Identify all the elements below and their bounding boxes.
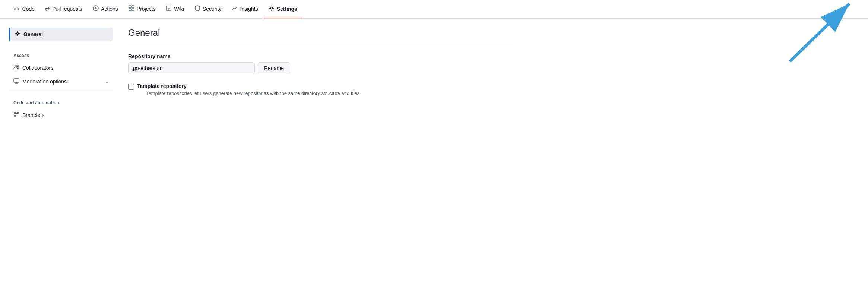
main-layout: General Access Collaborators [0, 19, 522, 131]
projects-icon [129, 5, 134, 12]
svg-rect-2 [129, 6, 131, 8]
nav-label-insights: Insights [240, 6, 258, 12]
collaborators-icon [13, 64, 19, 71]
svg-rect-5 [132, 9, 134, 11]
nav-label-actions: Actions [101, 6, 118, 12]
sidebar-collaborators-label: Collaborators [22, 65, 53, 71]
settings-icon [269, 5, 275, 12]
code-icon: <> [13, 6, 20, 12]
actions-icon [93, 5, 99, 12]
rename-button[interactable]: Rename [258, 62, 290, 74]
sidebar-item-moderation[interactable]: Moderation options ⌄ [9, 75, 113, 88]
sidebar-divider-1 [9, 44, 113, 44]
svg-point-10 [15, 65, 17, 67]
template-repo-section: Template repository Template repositorie… [128, 83, 513, 96]
svg-point-6 [270, 7, 272, 9]
moderation-icon [13, 78, 19, 85]
pull-request-icon: ⇄ [45, 6, 50, 12]
top-nav: <> Code ⇄ Pull requests Actions [0, 0, 868, 19]
repo-name-section: Repository name Rename [128, 53, 513, 74]
nav-item-wiki[interactable]: Wiki [161, 0, 188, 18]
insights-icon [232, 5, 238, 12]
svg-point-9 [17, 33, 19, 35]
sidebar-divider-2 [9, 91, 113, 91]
nav-item-insights[interactable]: Insights [227, 0, 262, 18]
nav-item-settings[interactable]: Settings [264, 0, 302, 18]
wiki-icon [166, 5, 172, 12]
template-repo-description: Template repositories let users generate… [146, 91, 361, 96]
svg-point-11 [17, 65, 19, 67]
nav-item-security[interactable]: Security [190, 0, 226, 18]
sidebar-general-label: General [23, 31, 43, 37]
template-repo-label: Template repository [137, 83, 361, 89]
security-icon [194, 5, 200, 12]
nav-label-code: Code [22, 6, 35, 12]
nav-label-security: Security [203, 6, 222, 12]
sidebar-item-branches[interactable]: Branches [9, 108, 113, 121]
sidebar-moderation-label: Moderation options [22, 79, 67, 85]
branches-icon [13, 111, 19, 118]
nav-label-pull-requests: Pull requests [52, 6, 82, 12]
gear-icon [15, 31, 20, 38]
svg-rect-3 [132, 6, 134, 8]
svg-rect-4 [129, 9, 131, 11]
nav-label-projects: Projects [137, 6, 156, 12]
page-title: General [128, 28, 513, 38]
template-repo-content: Template repository Template repositorie… [137, 83, 361, 96]
sidebar-section-access: Access [9, 47, 113, 61]
sidebar-item-collaborators[interactable]: Collaborators [9, 61, 113, 74]
svg-marker-1 [95, 7, 97, 9]
repo-name-row: Rename [128, 62, 513, 74]
nav-item-code[interactable]: <> Code [9, 0, 39, 18]
chevron-down-icon: ⌄ [105, 79, 109, 84]
sidebar-section-code: Code and automation [9, 94, 113, 108]
main-content: General Repository name Rename Template … [128, 28, 513, 122]
template-repo-row: Template repository Template repositorie… [128, 83, 513, 96]
sidebar: General Access Collaborators [9, 28, 113, 122]
sidebar-item-general[interactable]: General [9, 28, 113, 41]
nav-item-actions[interactable]: Actions [88, 0, 123, 18]
sidebar-branches-label: Branches [22, 112, 44, 118]
nav-item-pull-requests[interactable]: ⇄ Pull requests [41, 0, 87, 18]
repo-name-input[interactable] [128, 62, 255, 74]
nav-item-projects[interactable]: Projects [124, 0, 160, 18]
repo-name-label: Repository name [128, 53, 513, 59]
svg-rect-12 [14, 79, 19, 82]
template-repo-checkbox[interactable] [128, 84, 134, 90]
nav-label-settings: Settings [277, 6, 297, 12]
nav-label-wiki: Wiki [174, 6, 184, 12]
content-divider [128, 44, 513, 44]
